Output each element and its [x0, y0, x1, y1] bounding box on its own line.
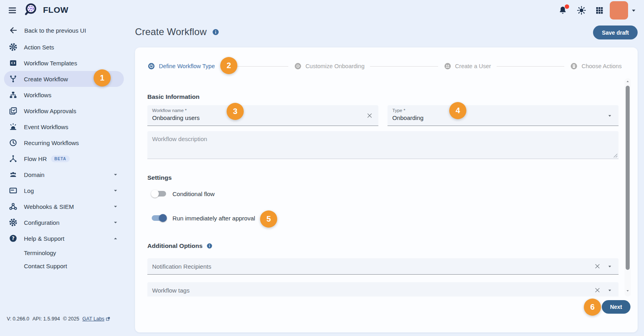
apps-grid-icon[interactable]	[595, 6, 604, 15]
sidebar-item-workflow-approvals[interactable]: Workflow Approvals	[4, 103, 124, 119]
tags-select-caret-icon[interactable]	[607, 287, 613, 293]
workflow-tags-select[interactable]: Workflow tags	[147, 282, 619, 297]
settings-heading: Settings	[147, 174, 619, 181]
sidebar-item-log[interactable]: Log	[4, 183, 124, 198]
annotation-badge-1: 1	[94, 69, 111, 86]
help-question-icon: ?	[8, 234, 18, 243]
run-immediately-toggle[interactable]	[152, 215, 166, 221]
workflow-approvals-icon	[8, 106, 18, 116]
svg-text:?: ?	[12, 236, 15, 241]
theme-brightness-icon[interactable]	[576, 5, 587, 16]
hamburger-menu-icon[interactable]	[7, 6, 18, 15]
notification-recipients-select[interactable]: Notification Recipients	[147, 258, 619, 275]
resize-handle[interactable]	[613, 153, 618, 158]
step-connector	[497, 66, 564, 67]
sidebar-item-help-support[interactable]: ? Help & Support	[4, 230, 124, 246]
notification-dot	[565, 4, 569, 9]
workflows-sitemap-icon	[8, 90, 18, 100]
additional-options-info-icon[interactable]	[206, 243, 213, 249]
notifications-bell-icon[interactable]	[558, 6, 568, 15]
users-step-icon	[444, 62, 452, 70]
step-create-a-user[interactable]: Create a User	[444, 62, 491, 70]
sidebar-subitem-contact-support[interactable]: Contact Support	[0, 259, 128, 273]
run-immediately-row: Run immediately after approval	[147, 213, 619, 223]
chevron-down-icon	[112, 219, 119, 226]
event-workflows-siren-icon	[8, 122, 18, 132]
sidebar-item-event-workflows[interactable]: Event Workflows	[4, 119, 124, 135]
top-header: FLOW	[0, 0, 644, 21]
workflow-name-input[interactable]	[152, 114, 341, 121]
clear-tags-x-icon[interactable]	[594, 287, 601, 293]
annotation-badge-2: 2	[220, 57, 237, 74]
back-label: Back to the previous UI	[24, 27, 86, 34]
clear-recipients-x-icon[interactable]	[594, 263, 601, 269]
toggle-knob	[151, 190, 159, 198]
wizard-stepper: Define Workflow Type Customize Onboardin…	[147, 59, 622, 73]
page-title-row: Create Workflow	[135, 24, 219, 40]
sidebar-item-configuration[interactable]: Configuration	[4, 214, 124, 230]
annotation-badge-4: 4	[449, 102, 466, 119]
version-footer: V: 0.266.0 API: 1.5.994 © 2025 GAT Labs	[7, 316, 110, 322]
recipients-select-caret-icon[interactable]	[607, 263, 613, 269]
api-version: API: 1.5.994	[33, 316, 60, 322]
action-sets-icon	[8, 42, 18, 52]
domain-people-icon	[8, 170, 18, 179]
header-actions	[558, 0, 638, 21]
conditional-flow-label: Conditional flow	[172, 191, 215, 197]
conditional-flow-row: Conditional flow	[147, 189, 619, 199]
workflow-description-textarea[interactable]	[147, 131, 619, 159]
annotation-badge-3: 3	[227, 103, 244, 120]
type-select-caret-icon[interactable]	[607, 112, 613, 119]
gear-step-icon	[294, 62, 302, 70]
beta-badge: BETA	[51, 155, 70, 162]
sidebar-item-flow-hr[interactable]: Flow HR BETA	[4, 151, 124, 167]
configuration-gear-icon	[8, 218, 18, 227]
step-customize-onboarding[interactable]: Customize Onboarding	[294, 62, 364, 70]
webhooks-icon	[8, 202, 18, 211]
type-value: Onboarding	[392, 114, 614, 121]
chevron-up-icon	[112, 235, 119, 242]
user-avatar[interactable]	[610, 1, 628, 20]
annotation-badge-6: 6	[584, 299, 601, 316]
step-connector	[370, 66, 438, 67]
form-scroll-area: Basic Information Workflow name * Type *…	[135, 78, 624, 297]
vertical-scrollbar	[624, 78, 631, 297]
sidebar-item-action-sets[interactable]: Action Sets	[4, 39, 124, 55]
actions-step-icon	[570, 62, 578, 70]
conditional-flow-toggle[interactable]	[152, 191, 166, 196]
sidebar-item-recurring-workflows[interactable]: Recurring Workflows	[4, 135, 124, 151]
panel-footer: Next	[602, 300, 630, 314]
sidebar-item-workflow-templates[interactable]: Workflow Templates	[4, 55, 124, 71]
basic-information-heading: Basic Information	[147, 93, 619, 100]
gat-labs-link[interactable]: GAT Labs	[82, 316, 110, 322]
additional-options-heading: Additional Options	[147, 242, 203, 250]
sidebar-subitem-terminology[interactable]: Terminology	[0, 246, 128, 259]
workflow-name-label: Workflow name *	[152, 108, 374, 113]
app-logo[interactable]: FLOW	[24, 2, 69, 18]
clear-name-x-icon[interactable]	[366, 112, 373, 119]
save-draft-button[interactable]: Save draft	[593, 26, 638, 39]
flow-magnifier-logo-icon	[24, 2, 39, 18]
annotation-badge-5: 5	[260, 210, 277, 228]
notification-recipients-placeholder: Notification Recipients	[152, 263, 211, 270]
step-choose-actions[interactable]: Choose Actions	[570, 62, 622, 70]
back-to-previous-ui[interactable]: Back to the previous UI	[4, 23, 124, 37]
back-arrow-icon	[8, 26, 18, 35]
scroll-up-arrow[interactable]	[625, 79, 630, 84]
type-label: Type *	[392, 108, 614, 113]
copyright: © 2025	[63, 316, 79, 322]
next-button[interactable]: Next	[602, 300, 630, 314]
account-chevron-down-icon[interactable]	[630, 6, 638, 14]
chevron-down-icon	[112, 203, 119, 210]
sidebar-item-webhooks-siem[interactable]: Webhooks & SIEM	[4, 198, 124, 214]
app-version: V: 0.266.0	[7, 316, 29, 322]
page-info-icon[interactable]	[212, 28, 219, 36]
create-workflow-branch-icon	[8, 74, 18, 84]
type-select-field[interactable]: Type * Onboarding	[388, 105, 619, 126]
sidebar-item-domain[interactable]: Domain	[4, 167, 124, 183]
scrollbar-thumb[interactable]	[626, 86, 630, 270]
scroll-down-arrow[interactable]	[625, 288, 630, 293]
log-card-icon	[8, 186, 18, 195]
step-define-workflow-type[interactable]: Define Workflow Type	[147, 62, 215, 70]
sidebar-item-workflows[interactable]: Workflows	[4, 87, 124, 103]
